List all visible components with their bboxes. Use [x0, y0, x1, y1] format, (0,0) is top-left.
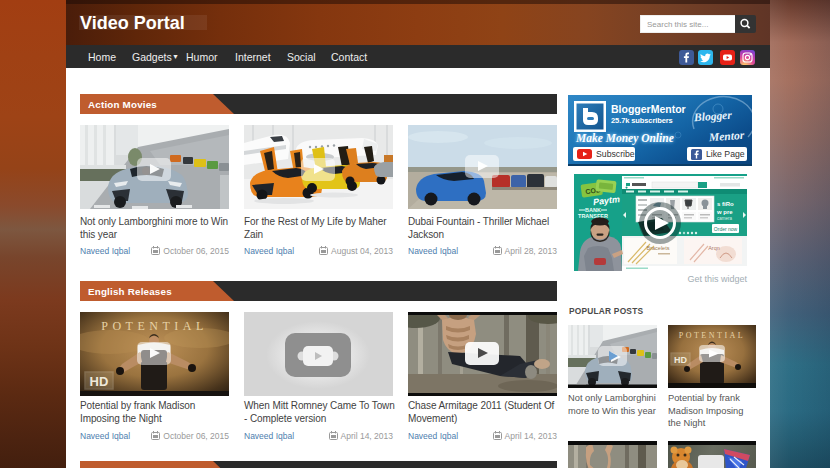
svg-text:Order now: Order now [714, 226, 738, 232]
svg-text:Bracelets: Bracelets [647, 245, 670, 251]
svg-text:POTENTIAL: POTENTIAL [679, 331, 746, 340]
svg-text:w pre: w pre [716, 209, 733, 215]
svg-text:Arqn: Arqn [708, 245, 720, 251]
svg-text:HD: HD [90, 374, 109, 389]
svg-text:camera: camera [717, 216, 733, 221]
svg-text:s fiRo: s fiRo [717, 201, 734, 207]
svg-text:POTENTIAL: POTENTIAL [101, 319, 208, 333]
svg-text:HD: HD [674, 355, 687, 365]
